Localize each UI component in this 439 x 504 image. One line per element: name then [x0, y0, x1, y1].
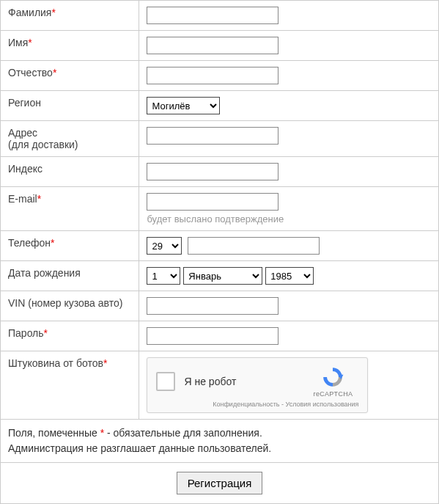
- row-patronymic: Отчество*: [1, 61, 439, 91]
- row-submit: Регистрация: [1, 463, 439, 504]
- region-select[interactable]: Могилёв: [147, 97, 220, 114]
- required-mark: *: [28, 37, 32, 48]
- vin-input[interactable]: [147, 297, 278, 315]
- patronymic-input[interactable]: [147, 67, 278, 84]
- captcha-label: Штуковина от ботов: [8, 357, 103, 369]
- firstname-label: Имя: [8, 37, 28, 48]
- lastname-input-cell: [139, 1, 439, 31]
- phone-number-input[interactable]: [188, 237, 320, 255]
- row-vin: VIN (номер кузова авто): [1, 291, 439, 321]
- phone-label-cell: Телефон*: [1, 231, 139, 261]
- row-lastname: Фамилия*: [1, 1, 439, 31]
- email-hint: будет выслано подтверждение: [147, 213, 431, 224]
- submit-cell: Регистрация: [1, 463, 439, 504]
- row-password: Пароль*: [1, 321, 439, 351]
- recaptcha-main: Я не робот reCAPTCHA: [156, 365, 358, 398]
- dob-day-select[interactable]: 1: [147, 267, 180, 285]
- row-dob: Дата рождения 1 Январь 1985: [1, 261, 439, 291]
- lastname-label: Фамилия: [8, 7, 51, 18]
- recaptcha-logo-icon: [321, 365, 344, 389]
- postcode-input[interactable]: [147, 163, 278, 180]
- address-input[interactable]: [147, 127, 278, 145]
- recaptcha-checkbox[interactable]: [156, 372, 175, 391]
- firstname-label-cell: Имя*: [1, 31, 139, 61]
- email-input[interactable]: [147, 193, 278, 211]
- region-label-cell: Регион: [1, 91, 139, 121]
- email-label-cell: E-mail*: [1, 187, 139, 231]
- postcode-label-cell: Индекс: [1, 157, 139, 187]
- required-mark: *: [53, 67, 56, 78]
- recaptcha-widget: Я не робот reCAPTCHA: [147, 357, 368, 413]
- patronymic-label: Отчество: [8, 67, 53, 78]
- postcode-label: Индекс: [8, 163, 43, 175]
- footer-line2: Администрация не разглашает данные польз…: [8, 442, 271, 454]
- required-mark: *: [51, 7, 55, 18]
- required-mark: *: [37, 193, 41, 205]
- recaptcha-privacy-link[interactable]: Конфиденциальность: [213, 401, 279, 408]
- recaptcha-left: Я не робот: [156, 372, 236, 391]
- row-email: E-mail* будет выслано подтверждение: [1, 187, 439, 231]
- recaptcha-separator: -: [280, 401, 286, 408]
- password-label: Пароль: [8, 327, 44, 339]
- required-mark: *: [51, 237, 54, 249]
- password-input-cell: [139, 321, 439, 351]
- address-sublabel: (для доставки): [8, 139, 78, 150]
- dob-label-cell: Дата рождения: [1, 261, 139, 291]
- required-mark: *: [103, 357, 107, 369]
- recaptcha-footer-links: Конфиденциальность - Условия использован…: [156, 401, 358, 408]
- footer-note-cell: Поля, помеченные * - обязательные для за…: [1, 420, 439, 463]
- patronymic-input-cell: [139, 61, 439, 91]
- recaptcha-brand: reCAPTCHA: [307, 390, 358, 398]
- phone-label: Телефон: [8, 237, 51, 249]
- email-label: E-mail: [8, 193, 37, 205]
- vin-input-cell: [139, 291, 439, 321]
- required-mark: *: [44, 327, 48, 339]
- row-footer-note: Поля, помеченные * - обязательные для за…: [1, 420, 439, 463]
- submit-button[interactable]: Регистрация: [177, 472, 263, 494]
- recaptcha-label: Я не робот: [184, 376, 236, 387]
- firstname-input[interactable]: [147, 37, 278, 54]
- patronymic-label-cell: Отчество*: [1, 61, 139, 91]
- captcha-input-cell: Я не робот reCAPTCHA: [139, 351, 439, 420]
- region-label: Регион: [8, 97, 41, 109]
- footer-line1-prefix: Поля, помеченные: [8, 427, 100, 439]
- row-captcha: Штуковина от ботов* Я не робот: [1, 351, 439, 420]
- row-address: Адрес (для доставки): [1, 121, 439, 157]
- row-region: Регион Могилёв: [1, 91, 439, 121]
- row-phone: Телефон* 29: [1, 231, 439, 261]
- dob-label: Дата рождения: [8, 267, 81, 279]
- phone-input-cell: 29: [139, 231, 439, 261]
- captcha-label-cell: Штуковина от ботов*: [1, 351, 139, 420]
- vin-label-cell: VIN (номер кузова авто): [1, 291, 139, 321]
- dob-input-cell: 1 Январь 1985: [139, 261, 439, 291]
- lastname-label-cell: Фамилия*: [1, 1, 139, 31]
- postcode-input-cell: [139, 157, 439, 187]
- lastname-input[interactable]: [147, 7, 278, 24]
- footer-line1-suffix: - обязательные для заполнения.: [104, 427, 262, 439]
- address-label: Адрес: [8, 127, 37, 139]
- address-input-cell: [139, 121, 439, 157]
- recaptcha-right: reCAPTCHA: [307, 365, 358, 398]
- vin-label: VIN (номер кузова авто): [8, 297, 122, 309]
- password-input[interactable]: [147, 327, 278, 345]
- registration-form: Фамилия* Имя* Отчество* Регион Могилёв: [0, 0, 439, 504]
- firstname-input-cell: [139, 31, 439, 61]
- phone-code-select[interactable]: 29: [147, 237, 182, 255]
- row-firstname: Имя*: [1, 31, 439, 61]
- recaptcha-terms-link[interactable]: Условия использования: [286, 401, 359, 408]
- region-input-cell: Могилёв: [139, 91, 439, 121]
- dob-year-select[interactable]: 1985: [265, 267, 314, 285]
- password-label-cell: Пароль*: [1, 321, 139, 351]
- email-input-cell: будет выслано подтверждение: [139, 187, 439, 231]
- dob-month-select[interactable]: Январь: [183, 267, 262, 285]
- address-label-cell: Адрес (для доставки): [1, 121, 139, 157]
- row-postcode: Индекс: [1, 157, 439, 187]
